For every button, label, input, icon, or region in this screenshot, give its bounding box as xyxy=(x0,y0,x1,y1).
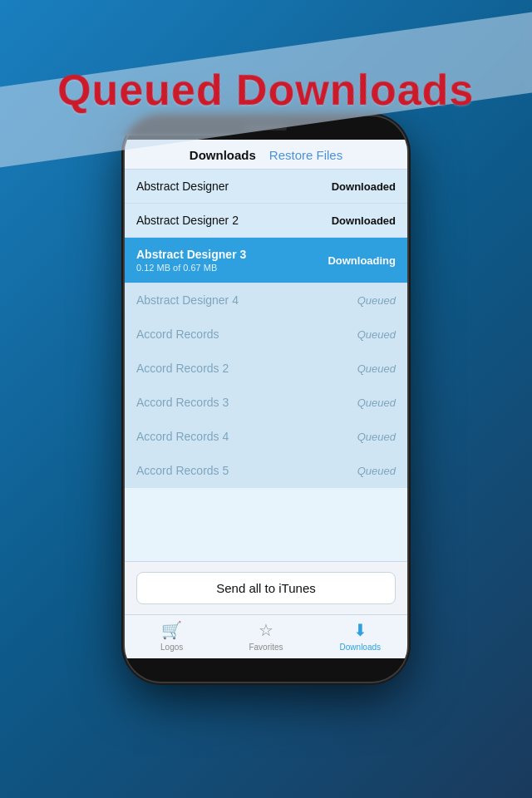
logos-icon: 🛒 xyxy=(161,620,182,640)
tab-label-logos: Logos xyxy=(160,643,183,652)
item-name: Accord Records 5 xyxy=(136,464,229,477)
tab-bar: 🛒Logos☆Favorites⬇Downloads xyxy=(125,614,407,658)
item-status: Queued xyxy=(357,362,396,375)
list-item[interactable]: Accord Records 5Queued xyxy=(125,454,407,488)
item-name: Abstract Designer 4 xyxy=(136,293,239,307)
list-item[interactable]: Accord Records 4Queued xyxy=(125,420,407,454)
tab-logos[interactable]: 🛒Logos xyxy=(147,620,197,652)
phone-screen: Downloads Restore Files Abstract Designe… xyxy=(125,140,407,658)
nav-bar: Downloads Restore Files xyxy=(125,140,407,170)
item-status: Queued xyxy=(357,294,396,307)
item-status: Downloading xyxy=(328,254,396,267)
tab-downloads[interactable]: ⬇Downloads xyxy=(335,620,385,652)
list-item[interactable]: Accord Records 2Queued xyxy=(125,352,407,386)
list-item[interactable]: Abstract Designer 2Downloaded xyxy=(125,204,407,238)
item-name: Accord Records xyxy=(136,328,219,341)
item-info: Accord Records xyxy=(136,328,219,341)
item-name: Abstract Designer xyxy=(136,180,229,193)
item-status: Queued xyxy=(357,465,396,477)
item-name: Abstract Designer 2 xyxy=(136,214,239,227)
phone-bottom-bar xyxy=(125,658,407,682)
item-info: Abstract Designer 4 xyxy=(136,293,239,307)
nav-restore-tab[interactable]: Restore Files xyxy=(269,148,342,162)
item-name: Accord Records 2 xyxy=(136,362,229,375)
nav-downloads-tab[interactable]: Downloads xyxy=(190,148,256,162)
item-name: Accord Records 3 xyxy=(136,396,229,409)
item-name: Accord Records 4 xyxy=(136,430,229,443)
item-info: Accord Records 3 xyxy=(136,396,229,409)
tab-label-downloads: Downloads xyxy=(340,643,381,652)
item-status: Queued xyxy=(357,328,396,341)
list-item[interactable]: Abstract Designer 4Queued xyxy=(125,283,407,318)
item-info: Accord Records 2 xyxy=(136,362,229,375)
item-status: Queued xyxy=(357,397,396,409)
list-item[interactable]: Accord Records 3Queued xyxy=(125,386,407,420)
phone-frame: Downloads Restore Files Abstract Designe… xyxy=(125,116,407,682)
item-status: Downloaded xyxy=(332,180,396,193)
tab-favorites[interactable]: ☆Favorites xyxy=(241,620,291,652)
item-status: Queued xyxy=(357,431,396,443)
list-item[interactable]: Abstract DesignerDownloaded xyxy=(125,170,407,204)
send-area: Send all to iTunes xyxy=(125,561,407,614)
download-list: Abstract DesignerDownloadedAbstract Desi… xyxy=(125,170,407,561)
item-info: Abstract Designer xyxy=(136,180,229,193)
favorites-icon: ☆ xyxy=(259,620,273,640)
item-info: Accord Records 4 xyxy=(136,430,229,443)
item-name: Abstract Designer 3 xyxy=(136,248,246,261)
banner-text: Queued Downloads xyxy=(57,65,474,115)
list-item[interactable]: Accord RecordsQueued xyxy=(125,318,407,352)
list-item[interactable]: Abstract Designer 30.12 MB of 0.67 MBDow… xyxy=(125,238,407,283)
send-itunes-button[interactable]: Send all to iTunes xyxy=(136,572,396,604)
tab-label-favorites: Favorites xyxy=(249,643,283,652)
item-info: Abstract Designer 2 xyxy=(136,214,239,227)
item-info: Abstract Designer 30.12 MB of 0.67 MB xyxy=(136,248,246,273)
item-sub: 0.12 MB of 0.67 MB xyxy=(136,263,246,273)
downloads-icon: ⬇ xyxy=(353,620,367,640)
item-info: Accord Records 5 xyxy=(136,464,229,477)
item-status: Downloaded xyxy=(332,214,396,227)
